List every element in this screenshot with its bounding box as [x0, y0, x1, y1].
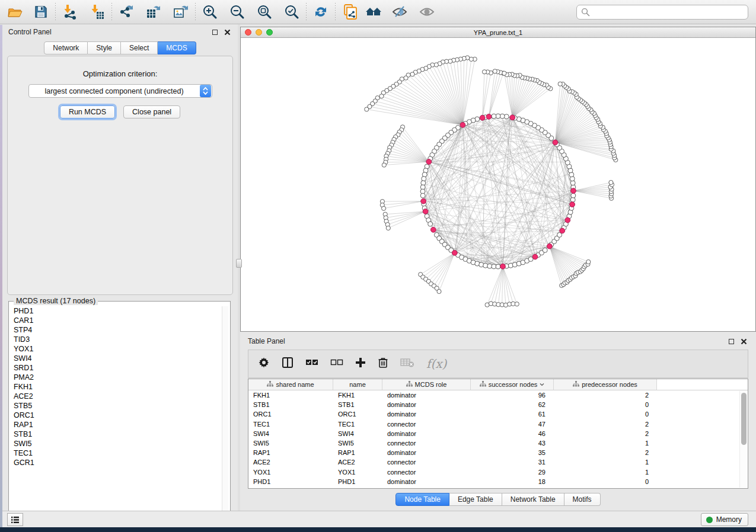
graph-node[interactable] — [543, 248, 547, 252]
add-column-icon[interactable] — [355, 357, 366, 370]
tab-style[interactable]: Style — [88, 41, 121, 55]
import-network-icon[interactable] — [61, 3, 79, 21]
ndex-network-icon[interactable] — [341, 3, 359, 21]
mcds-result-item[interactable]: CAR1 — [9, 316, 223, 325]
memory-button[interactable]: Memory — [701, 513, 748, 526]
graph-node[interactable] — [515, 302, 519, 306]
graph-hub-node[interactable] — [570, 202, 575, 207]
graph-hub-node[interactable] — [553, 140, 558, 145]
tab-network[interactable]: Network — [44, 41, 88, 55]
mcds-result-item[interactable]: STB1 — [9, 430, 223, 439]
close-panel-icon[interactable] — [223, 28, 232, 37]
table-row[interactable]: RAP1RAP1dominator352 — [248, 448, 739, 457]
unselect-all-icon[interactable] — [330, 358, 343, 370]
column-header-shared-name[interactable]: shared name — [248, 379, 333, 390]
mcds-result-item[interactable]: YOX1 — [9, 344, 223, 354]
hide-eye-icon[interactable] — [391, 3, 409, 21]
table-row[interactable]: STB1STB1dominator620 — [248, 400, 739, 409]
graph-hub-node[interactable] — [480, 115, 485, 120]
graph-hub-node[interactable] — [565, 217, 570, 223]
graph-hub-node[interactable] — [421, 198, 426, 204]
graph-node[interactable] — [404, 76, 408, 80]
network-window-titlebar[interactable]: YPA_prune.txt_1 — [241, 27, 755, 38]
graph-node[interactable] — [420, 193, 425, 198]
search-input[interactable] — [576, 5, 748, 20]
export-image-icon[interactable] — [172, 3, 190, 21]
run-mcds-button[interactable]: Run MCDS — [60, 105, 115, 118]
graph-node[interactable] — [492, 114, 496, 118]
graph-node[interactable] — [609, 180, 613, 184]
graph-node[interactable] — [386, 226, 390, 230]
graph-node[interactable] — [428, 222, 433, 226]
graph-hub-node[interactable] — [547, 243, 552, 249]
column-header-MCDS-role[interactable]: MCDS role — [382, 379, 471, 390]
graph-node[interactable] — [410, 72, 414, 76]
graph-node[interactable] — [502, 71, 506, 75]
graph-hub-node[interactable] — [500, 264, 506, 269]
export-table-icon[interactable] — [145, 3, 162, 21]
tab-network-table[interactable]: Network Table — [502, 493, 564, 506]
graph-node[interactable] — [493, 69, 497, 73]
graph-hub-node[interactable] — [426, 159, 432, 165]
table-row[interactable]: PHD1PHD1dominator180 — [248, 477, 739, 486]
mcds-result-item[interactable]: TID3 — [9, 335, 223, 344]
mcds-result-item[interactable]: SWI5 — [9, 439, 223, 448]
zoom-in-icon[interactable] — [201, 3, 219, 21]
mcds-result-item[interactable]: TEC1 — [9, 448, 223, 458]
graph-node[interactable] — [482, 70, 486, 74]
table-row[interactable]: SWI5SWI5connector431 — [248, 438, 739, 448]
close-panel-button[interactable]: Close panel — [123, 105, 180, 118]
table-row[interactable]: ACE2ACE2connector311 — [248, 457, 739, 467]
gear-icon[interactable] — [258, 357, 270, 371]
graph-node[interactable] — [379, 94, 384, 98]
save-session-icon[interactable] — [32, 3, 50, 21]
columns-icon[interactable] — [282, 357, 294, 371]
zoom-out-icon[interactable] — [228, 3, 246, 21]
criterion-select[interactable]: largest connected component (undirected) — [28, 84, 212, 98]
refresh-icon[interactable] — [312, 3, 330, 21]
tab-mcds[interactable]: MCDS — [158, 41, 196, 55]
graph-hub-node[interactable] — [460, 123, 465, 128]
mcds-result-item[interactable]: PHD1 — [9, 306, 223, 316]
mcds-result-item[interactable]: ACE2 — [9, 392, 223, 401]
graph-node[interactable] — [382, 206, 386, 210]
table-scrollbar-thumb[interactable] — [741, 393, 747, 445]
column-header-successor-nodes[interactable]: successor nodes — [471, 379, 554, 390]
select-all-icon[interactable] — [305, 358, 318, 370]
graph-node[interactable] — [571, 193, 576, 198]
graph-hub-node[interactable] — [510, 115, 515, 120]
table-row[interactable]: YOX1YOX1connector291 — [248, 467, 739, 477]
graph-node[interactable] — [437, 289, 441, 293]
splitter-grip[interactable] — [236, 259, 242, 268]
column-header-predecessor-nodes[interactable]: predecessor nodes — [554, 379, 657, 390]
network-canvas[interactable] — [241, 39, 755, 331]
graph-hub-node[interactable] — [571, 188, 576, 194]
export-network-icon[interactable] — [117, 3, 135, 21]
graph-node[interactable] — [365, 107, 369, 111]
tab-node-table[interactable]: Node Table — [395, 493, 449, 506]
graph-node[interactable] — [382, 163, 386, 167]
graph-node[interactable] — [558, 82, 562, 86]
mcds-result-item[interactable]: STP4 — [9, 325, 223, 335]
graph-hub-node[interactable] — [532, 254, 538, 259]
mcds-result-item[interactable]: SRD1 — [9, 363, 223, 373]
mcds-result-item[interactable]: STB5 — [9, 401, 223, 411]
mcds-result-item[interactable]: SWI4 — [9, 354, 223, 363]
mcds-result-item[interactable]: GCR1 — [9, 458, 223, 467]
graph-node[interactable] — [586, 259, 591, 264]
graph-hub-node[interactable] — [560, 228, 565, 233]
table-row[interactable]: FKH1FKH1dominator962 — [248, 390, 739, 400]
mcds-result-scrollbar[interactable] — [222, 306, 228, 520]
table-row[interactable]: ORC1ORC1dominator610 — [248, 409, 739, 419]
home-network-icon[interactable] — [365, 3, 382, 21]
network-graph-svg[interactable] — [241, 39, 755, 332]
tab-motifs[interactable]: Motifs — [564, 493, 601, 506]
table-scrollbar[interactable] — [739, 391, 747, 488]
tab-select[interactable]: Select — [121, 41, 158, 55]
graph-hub-node[interactable] — [452, 250, 457, 255]
float-table-panel-icon[interactable] — [727, 337, 736, 346]
graph-hub-node[interactable] — [486, 114, 492, 120]
graph-hub-node[interactable] — [423, 209, 428, 214]
mcds-result-item[interactable]: RAP1 — [9, 420, 223, 430]
column-header-name[interactable]: name — [333, 379, 382, 390]
